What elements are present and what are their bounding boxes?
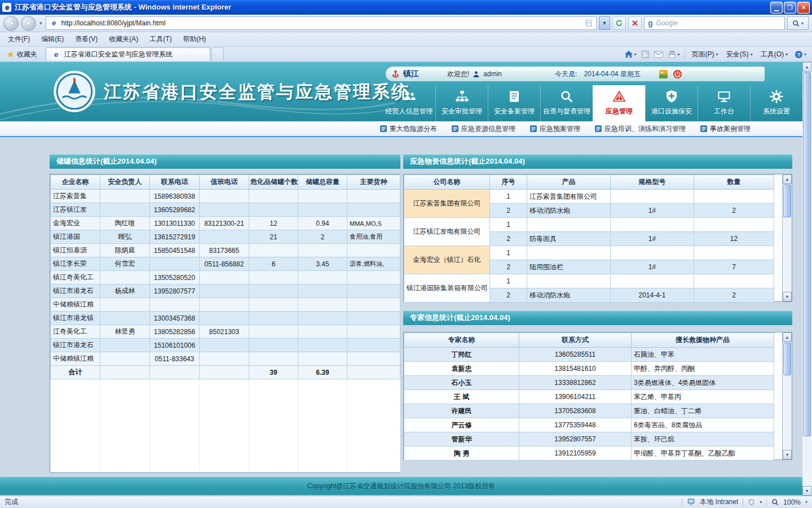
total-row: 合计396.39 (51, 366, 400, 379)
logout-button[interactable] (673, 69, 682, 79)
nav-item-self-inspection[interactable]: 自查与督查管理 (540, 85, 593, 121)
window-title-text: 江苏省港口安全监管与应急管理系统 - Windows Internet Expl… (15, 2, 231, 12)
subnav-label: 应急培训、演练和演习管理 (604, 124, 686, 134)
cell: 6 (249, 257, 298, 271)
feeds-icon[interactable] (641, 50, 650, 59)
minimize-button[interactable]: ▁ (770, 2, 783, 14)
menu-item[interactable]: 工具(T) (144, 33, 177, 46)
cell (249, 352, 298, 366)
protected-mode-icon[interactable] (748, 498, 755, 506)
scroll-thumb[interactable] (783, 185, 791, 217)
scroll-up-button[interactable]: ▲ (783, 332, 792, 342)
scroll-thumb[interactable] (803, 72, 811, 436)
search-input[interactable]: g Google (644, 16, 785, 30)
menu-item[interactable]: 文件(F) (2, 33, 36, 46)
scroll-up-button[interactable]: ▲ (802, 62, 811, 72)
refresh-button[interactable] (612, 16, 626, 30)
cell: 陈炳庭 (100, 244, 150, 257)
empty-area (51, 379, 400, 472)
cell: 袁新忠 (404, 362, 519, 376)
scroll-down-button[interactable]: ▼ (802, 486, 811, 496)
subnav-item-emergency-resources[interactable]: 应急资源信息管理 (452, 124, 515, 134)
nav-item-emergency[interactable]: 应急管理 (593, 85, 645, 121)
cell: 江奇美化工 (51, 325, 100, 339)
cell: 镇江李长荣 (51, 257, 100, 271)
cell: 陶红暾 (100, 217, 150, 230)
command-bar-button[interactable]: 安全(S) ▾ (724, 49, 755, 60)
zoom-level[interactable]: 100% (783, 498, 801, 506)
home-button[interactable]: ▾ (624, 50, 637, 59)
active-tab[interactable]: e 江苏省港口安全监管与应急管理系统 (46, 47, 210, 61)
scroll-down-button[interactable]: ▼ (783, 292, 792, 301)
table-row: 江苏镇江发电有限公司1 (404, 218, 774, 232)
subnav-item-accident-cases[interactable]: 事故案例管理 (700, 124, 751, 134)
nav-item-safety-approval[interactable]: 安全审批管理 (435, 85, 488, 121)
print-button[interactable]: ▾ (668, 50, 680, 59)
nav-item-workbench[interactable]: 工作台 (698, 85, 750, 121)
cell (249, 203, 298, 217)
search-button[interactable]: ▾ (787, 16, 809, 30)
table-row: 镇江恒泰沥陈炳庭1585045154883173665 (51, 244, 400, 257)
address-dropdown-button[interactable]: ▼ (599, 16, 610, 30)
cell: 12 (694, 232, 774, 246)
scroll-up-button[interactable]: ▲ (783, 174, 792, 184)
protected-mode-dropdown[interactable]: ▾ (760, 500, 762, 505)
subnav-item-hazard-distribution[interactable]: 重大危险源分布 (380, 124, 437, 134)
nav-item-system-settings[interactable]: 系统设置 (750, 85, 802, 121)
nav-item-operator-info[interactable]: 经营人信息管理 (383, 85, 435, 121)
menu-item[interactable]: 编辑(E) (36, 33, 69, 46)
cell (200, 366, 249, 379)
welcome-label: 欢迎您! (447, 69, 469, 79)
menu-item[interactable]: 查看(V) (69, 33, 103, 46)
zoom-dropdown[interactable]: ▾ (805, 500, 807, 505)
menu-item[interactable]: 帮助(H) (178, 33, 212, 46)
command-bar-button[interactable]: 页面(P) ▾ (690, 49, 721, 60)
nav-item-port-security[interactable]: 港口设施保安 (645, 85, 698, 121)
cell: 83173665 (200, 244, 249, 257)
page-footer: Copyright@江苏省交通规划设计院股份有限公司 2013版权所有 (0, 477, 802, 495)
cell: 1# (611, 232, 694, 246)
cell (298, 284, 347, 298)
table-row: 江苏索普集团有限公司1江苏索普集团有限公司 (404, 190, 774, 204)
nav-label: 应急管理 (606, 107, 633, 116)
picture-icon[interactable] (659, 69, 668, 79)
cell: 镇江市港龙石 (51, 284, 100, 298)
cell (347, 271, 400, 284)
cell (249, 190, 298, 203)
page-favicon: e (50, 19, 59, 28)
nav-item-safety-record[interactable]: 安全备案管理 (488, 85, 540, 121)
column-header: 规格型号 (611, 175, 694, 190)
mail-icon[interactable] (654, 51, 663, 58)
cell: 13615272919 (150, 230, 200, 244)
restore-button[interactable]: ❐ (784, 2, 796, 14)
cell (249, 271, 298, 284)
help-button[interactable]: ?▾ (795, 50, 806, 59)
forward-button[interactable] (21, 16, 36, 31)
close-button[interactable]: ✕ (797, 2, 810, 14)
compatibility-view-icon[interactable] (585, 19, 593, 27)
ie-logo-icon: e (2, 3, 11, 12)
zoom-magnifier-icon (771, 498, 779, 506)
favorites-button[interactable]: ★ 收藏夹 (2, 47, 42, 62)
table-header-row: 企业名称安全负责人联系电话值班电话危化品储罐个数储罐总容量主要货种 (51, 175, 400, 190)
cell: 1# (611, 260, 694, 274)
subnav-item-emergency-plans[interactable]: 应急预案管理 (530, 124, 580, 134)
history-dropdown[interactable]: ▾ (38, 20, 43, 26)
menu-item[interactable]: 收藏夹(A) (103, 33, 144, 46)
scroll-down-button[interactable]: ▼ (783, 450, 792, 459)
back-button[interactable] (3, 16, 19, 31)
cell: 管新华 (404, 432, 519, 446)
address-field[interactable]: e http://localhost:8080/yjpt/Main.html (46, 16, 597, 30)
column-header: 数量 (694, 175, 774, 190)
cell (249, 339, 298, 352)
scroll-thumb[interactable] (783, 343, 791, 375)
subnav-item-emergency-training[interactable]: 应急培训、演练和演习管理 (595, 124, 686, 134)
command-bar-button[interactable]: 工具(O) ▾ (758, 49, 790, 60)
new-tab-button[interactable] (211, 47, 224, 61)
cell (100, 271, 150, 284)
cell (249, 325, 298, 339)
column-header: 专家名称 (404, 333, 519, 348)
cell: 13952807577 (150, 284, 200, 298)
stop-button[interactable] (628, 16, 642, 30)
tank-table: 企业名称安全负责人联系电话值班电话危化品储罐个数储罐总容量主要货种江苏索普集15… (50, 174, 400, 472)
